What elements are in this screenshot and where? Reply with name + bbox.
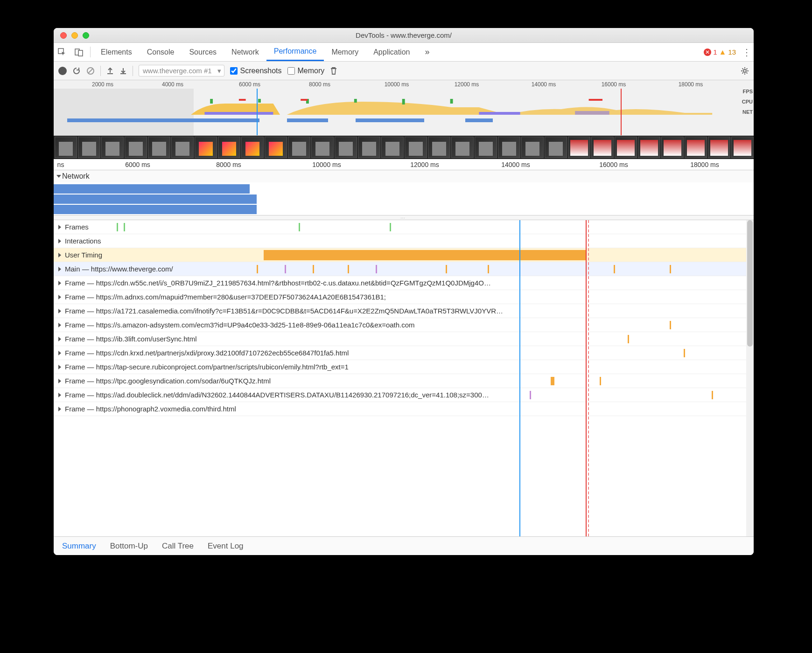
vertical-scrollbar[interactable] (746, 220, 754, 536)
frame-row[interactable]: Frame — https://cdn.krxd.net/partnerjs/x… (54, 346, 754, 360)
tab-memory[interactable]: Memory (324, 43, 366, 61)
user-timing-row[interactable]: User Timing (54, 248, 754, 262)
filmstrip-frame[interactable] (428, 137, 450, 158)
network-section-header[interactable]: Network (54, 170, 754, 182)
filmstrip-frame[interactable] (591, 137, 614, 158)
filmstrip-frame[interactable] (78, 137, 100, 158)
zoom-window-button[interactable] (83, 32, 89, 39)
main-thread-row[interactable]: Main — https://www.theverge.com/ (54, 262, 754, 276)
overview-body[interactable]: FPS CPU NET (54, 89, 754, 135)
filmstrip-frame[interactable] (241, 137, 264, 158)
filmstrip-frame[interactable] (638, 137, 660, 158)
filmstrip-frame[interactable] (498, 137, 520, 158)
network-bar[interactable] (54, 205, 257, 214)
frame-row[interactable]: Frame — https://phonograph2.voxmedia.com… (54, 402, 754, 416)
tab-network[interactable]: Network (224, 43, 266, 61)
clear-button[interactable] (86, 67, 95, 75)
details-tabs: Summary Bottom-Up Call Tree Event Log (54, 536, 754, 555)
filmstrip-frame[interactable] (475, 137, 497, 158)
filmstrip-frame[interactable] (125, 137, 147, 158)
network-bar[interactable] (54, 184, 250, 194)
performance-toolbar: www.theverge.com #1 Screenshots Memory (54, 62, 754, 80)
timeline-marker-red[interactable] (586, 220, 587, 536)
record-button[interactable] (58, 67, 67, 75)
filmstrip-frame[interactable] (288, 137, 310, 158)
details-tab-call-tree[interactable]: Call Tree (162, 542, 194, 551)
filmstrip-frame[interactable] (195, 137, 217, 158)
filmstrip-frame[interactable] (405, 137, 427, 158)
frame-row[interactable]: Frame — https://ad.doubleclick.net/ddm/a… (54, 388, 754, 402)
frame-row[interactable]: Frame — https://a1721.casalemedia.com/if… (54, 304, 754, 318)
main-ruler[interactable]: ns 6000 ms 8000 ms 10000 ms 12000 ms 140… (54, 159, 754, 170)
device-toolbar-icon[interactable] (70, 43, 87, 61)
load-profile-icon[interactable] (106, 67, 114, 75)
filmstrip-frame[interactable] (55, 137, 77, 158)
filmstrip-frame[interactable] (451, 137, 474, 158)
filmstrip-frame[interactable] (381, 137, 404, 158)
memory-checkbox-input[interactable] (287, 67, 295, 75)
tab-elements[interactable]: Elements (93, 43, 140, 61)
inspect-element-icon[interactable] (54, 43, 70, 61)
user-timing-bar[interactable] (264, 250, 586, 260)
disclosure-triangle-icon (58, 225, 61, 229)
scrollbar-thumb[interactable] (747, 220, 753, 347)
memory-checkbox[interactable]: Memory (287, 67, 325, 75)
filmstrip-frame[interactable] (265, 137, 287, 158)
collect-garbage-icon[interactable] (330, 67, 337, 75)
resize-handle[interactable]: ⋯ (54, 215, 754, 220)
filmstrip-frame[interactable] (218, 137, 240, 158)
filmstrip-frame[interactable] (685, 137, 707, 158)
overview-cursor-blue[interactable] (257, 89, 258, 135)
network-bars[interactable] (54, 182, 754, 215)
frame-row[interactable]: Frame — https://s.amazon-adsystem.com/ec… (54, 318, 754, 332)
save-profile-icon[interactable] (119, 67, 127, 75)
frame-row[interactable]: Frame — https://tpc.googlesyndication.co… (54, 374, 754, 388)
filmstrip-frame[interactable] (545, 137, 567, 158)
screenshots-checkbox-input[interactable] (230, 67, 238, 75)
network-bar[interactable] (54, 195, 257, 204)
overview-cursor-red[interactable] (621, 89, 622, 135)
filmstrip-frame[interactable] (311, 137, 334, 158)
filmstrip-frame[interactable] (335, 137, 357, 158)
frame-row[interactable]: Frame — https://tap-secure.rubiconprojec… (54, 360, 754, 374)
frame-row[interactable]: Frame — https://ib.3lift.com/userSync.ht… (54, 332, 754, 346)
filmstrip-frame[interactable] (731, 137, 754, 158)
recording-select[interactable]: www.theverge.com #1 (139, 65, 224, 76)
titlebar: DevTools - www.theverge.com/ (54, 28, 754, 43)
capture-settings-icon[interactable] (741, 67, 749, 75)
interactions-row[interactable]: Interactions (54, 234, 754, 248)
reload-button[interactable] (72, 67, 81, 75)
overview-net-lane (54, 118, 740, 132)
filmstrip-frame[interactable] (568, 137, 590, 158)
details-tab-summary[interactable]: Summary (62, 542, 96, 551)
details-tab-event-log[interactable]: Event Log (208, 542, 244, 551)
filmstrip-frame[interactable] (708, 137, 730, 158)
tab-application[interactable]: Application (366, 43, 417, 61)
filmstrip-frame[interactable] (101, 137, 124, 158)
timeline-cursor-blue[interactable] (519, 220, 520, 536)
frame-row[interactable]: Frame — https://m.adnxs.com/mapuid?membe… (54, 290, 754, 304)
warning-count: 13 (728, 48, 736, 56)
filmstrip-frame[interactable] (171, 137, 194, 158)
tab-performance[interactable]: Performance (266, 43, 324, 61)
filmstrip-frame[interactable] (661, 137, 684, 158)
screenshot-filmstrip[interactable] (54, 136, 754, 159)
close-window-button[interactable] (60, 32, 67, 39)
filmstrip-frame[interactable] (358, 137, 380, 158)
frame-row[interactable]: Frame — https://cdn.w55c.net/i/s_0RB7U9m… (54, 276, 754, 290)
tab-console[interactable]: Console (140, 43, 182, 61)
disclosure-triangle-icon (58, 295, 61, 299)
minimize-window-button[interactable] (71, 32, 78, 39)
console-status[interactable]: ✕ 1 ▲ 13 (700, 43, 740, 61)
more-options-icon[interactable]: ⋮ (740, 43, 754, 61)
tabs-overflow-icon[interactable]: » (417, 43, 437, 61)
screenshots-checkbox[interactable]: Screenshots (230, 67, 282, 75)
timeline-overview[interactable]: 2000 ms 4000 ms 6000 ms 8000 ms 10000 ms… (54, 80, 754, 136)
details-tab-bottom-up[interactable]: Bottom-Up (110, 542, 148, 551)
tab-sources[interactable]: Sources (182, 43, 224, 61)
filmstrip-frame[interactable] (148, 137, 170, 158)
filmstrip-frame[interactable] (521, 137, 544, 158)
filmstrip-frame[interactable] (615, 137, 637, 158)
flame-chart[interactable]: Frames Interactions User Timing Main — h… (54, 220, 754, 536)
frames-row[interactable]: Frames (54, 220, 754, 234)
